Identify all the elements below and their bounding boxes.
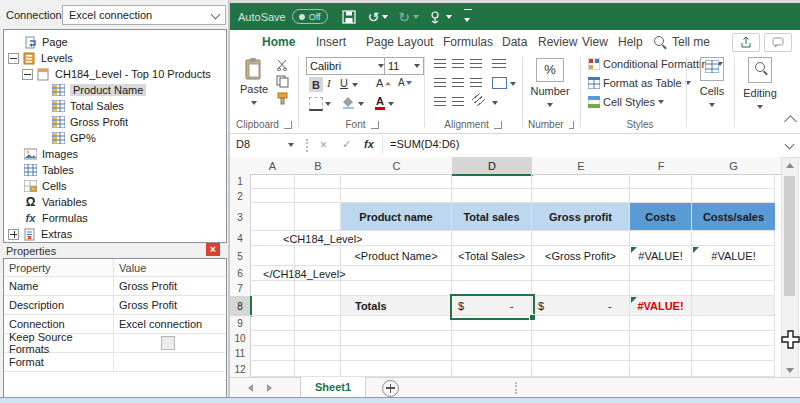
tab-data[interactable]: Data xyxy=(502,30,527,53)
cell-e5[interactable]: <Gross Profit> xyxy=(532,246,629,266)
font-color-icon[interactable]: A xyxy=(375,95,385,110)
row-header-1[interactable]: 1 xyxy=(230,174,251,190)
column-header-d-selected[interactable]: D xyxy=(452,157,533,176)
search-icon[interactable] xyxy=(654,36,664,46)
cell-c3[interactable]: Product name xyxy=(341,203,451,230)
column-header-g[interactable]: G xyxy=(692,157,776,175)
tab-bar-drag-handle[interactable] xyxy=(515,382,517,394)
column-header-b[interactable]: B xyxy=(295,157,342,175)
align-left-icon[interactable] xyxy=(434,78,446,87)
row-header-4[interactable]: 4 xyxy=(230,231,251,247)
increase-font-icon[interactable]: A xyxy=(376,77,392,89)
tab-review[interactable]: Review xyxy=(538,30,577,53)
name-box[interactable]: D8 xyxy=(236,138,250,150)
paste-button[interactable]: Paste xyxy=(238,57,270,113)
font-dialog-launcher-icon[interactable] xyxy=(371,121,379,129)
select-all-corner[interactable] xyxy=(230,157,251,175)
column-header-a[interactable]: A xyxy=(250,157,296,175)
editing-button[interactable]: Editing xyxy=(740,57,780,111)
align-bottom-icon[interactable] xyxy=(470,59,482,68)
tree-item-page[interactable]: Page xyxy=(24,34,68,50)
tree-item-level-ch184[interactable]: CH184_Level - Top 10 Products xyxy=(22,66,211,82)
format-as-table-button[interactable]: Format as Table xyxy=(588,77,691,89)
undo-dropdown-icon[interactable] xyxy=(382,15,388,19)
tree-item-levels[interactable]: Levels xyxy=(8,50,73,66)
number-dialog-launcher-icon[interactable] xyxy=(569,121,574,129)
tab-page-layout[interactable]: Page Layout xyxy=(366,30,433,53)
orientation-icon[interactable] xyxy=(472,93,487,108)
share-button[interactable] xyxy=(732,33,760,52)
number-format-button[interactable]: Number xyxy=(526,85,574,109)
format-painter-icon[interactable] xyxy=(276,92,289,105)
row-header-10[interactable]: 10 xyxy=(230,331,251,347)
collapse-toggle-icon[interactable] xyxy=(8,53,19,64)
cell-a4[interactable]: <CH184_Level> xyxy=(283,231,483,246)
borders-dropdown-icon[interactable] xyxy=(325,102,331,106)
underline-button[interactable]: U xyxy=(340,77,348,89)
italic-button[interactable]: I xyxy=(327,77,331,89)
tree-item-field-gp-percent[interactable]: GP% xyxy=(52,130,96,146)
save-icon[interactable] xyxy=(342,10,356,24)
orientation-dropdown-icon[interactable] xyxy=(492,101,498,105)
tell-me-label[interactable]: Tell me xyxy=(672,30,710,53)
touch-mode-icon[interactable] xyxy=(429,10,442,24)
tree-item-cells[interactable]: Cells xyxy=(24,178,66,194)
collapse-toggle-icon[interactable] xyxy=(22,69,33,80)
align-top-icon[interactable] xyxy=(434,59,446,68)
tree-item-field-product-name[interactable]: Product Name xyxy=(52,82,146,98)
scroll-up-icon[interactable] xyxy=(786,163,794,168)
touch-mode-dropdown-icon[interactable] xyxy=(446,15,452,19)
autosave-toggle[interactable]: Off xyxy=(292,9,328,24)
alignment-dialog-launcher-icon[interactable] xyxy=(494,121,502,129)
property-row-keep-source-formats[interactable]: Keep Source Formats xyxy=(4,333,226,353)
next-sheet-icon[interactable] xyxy=(267,384,272,392)
collapse-ribbon-icon[interactable] xyxy=(784,115,797,128)
increase-indent-icon[interactable] xyxy=(452,97,464,106)
cell-e8-currency[interactable]: $ xyxy=(538,296,548,316)
percent-style-icon[interactable]: % xyxy=(536,58,564,82)
comments-button[interactable] xyxy=(764,33,792,52)
tree-item-field-total-sales[interactable]: Total Sales xyxy=(52,98,124,114)
add-sheet-icon[interactable] xyxy=(382,380,399,397)
cell-f8[interactable]: #VALUE! xyxy=(630,296,691,316)
tree-item-tables[interactable]: Tables xyxy=(24,162,74,178)
align-right-icon[interactable] xyxy=(470,78,482,87)
tab-formulas[interactable]: Formulas xyxy=(443,30,493,53)
cut-icon[interactable] xyxy=(276,59,289,71)
cell-c5[interactable]: <Product Name> xyxy=(341,246,451,266)
redo-icon[interactable]: ↻ xyxy=(398,10,410,24)
underline-dropdown-icon[interactable] xyxy=(352,83,358,87)
row-header-12[interactable]: 12 xyxy=(230,361,251,378)
tree-item-field-gross-profit[interactable]: Gross Profit xyxy=(52,114,128,130)
row-header-5[interactable]: 5 xyxy=(230,246,251,267)
close-icon[interactable]: × xyxy=(206,243,220,256)
column-header-e[interactable]: E xyxy=(532,157,631,175)
property-row-format[interactable]: Format xyxy=(4,352,226,372)
copy-icon[interactable] xyxy=(276,75,289,88)
cell-a6[interactable]: </CH184_Level> xyxy=(263,266,463,281)
tree-item-variables[interactable]: Ω Variables xyxy=(24,194,87,210)
wrap-text-icon[interactable] xyxy=(492,59,506,68)
enter-icon[interactable]: ✓ xyxy=(342,138,351,151)
font-name-select[interactable]: Calibri xyxy=(306,57,388,75)
cell-e8-value[interactable]: - xyxy=(608,296,618,316)
cell-e3[interactable]: Gross profit xyxy=(532,203,629,230)
cell-d3[interactable]: Total sales xyxy=(452,203,531,230)
bold-button[interactable]: B xyxy=(309,77,323,92)
cell-f3[interactable]: Costs xyxy=(630,203,691,230)
merge-center-icon[interactable] xyxy=(492,77,507,89)
tab-insert[interactable]: Insert xyxy=(316,30,346,53)
cells-button[interactable]: Cells xyxy=(694,57,730,109)
expand-toggle-icon[interactable] xyxy=(8,229,19,240)
row-header-7[interactable]: 7 xyxy=(230,281,251,297)
decrease-indent-icon[interactable] xyxy=(434,97,446,106)
expand-formula-bar-icon[interactable] xyxy=(785,140,795,150)
cell-g5[interactable]: #VALUE! xyxy=(692,246,775,266)
cancel-icon[interactable]: × xyxy=(320,138,327,152)
row-header-6[interactable]: 6 xyxy=(230,266,251,282)
fill-color-dropdown-icon[interactable] xyxy=(358,102,364,106)
fill-handle[interactable] xyxy=(529,314,536,321)
fill-color-icon[interactable] xyxy=(342,96,355,111)
paste-dropdown-icon[interactable] xyxy=(251,101,257,105)
cell-g3[interactable]: Costs/sales xyxy=(692,203,775,230)
